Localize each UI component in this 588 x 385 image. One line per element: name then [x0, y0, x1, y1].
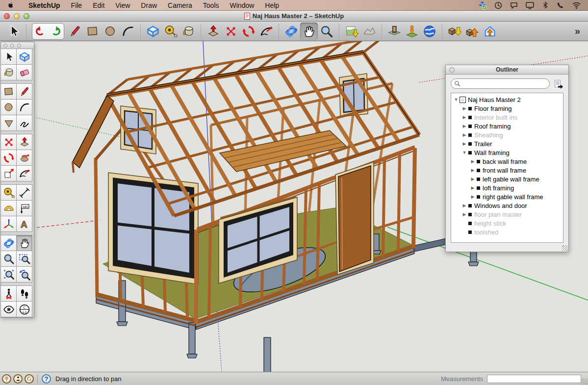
tape-tool-button[interactable] [162, 23, 179, 40]
outliner-resize-grip[interactable] [562, 245, 568, 251]
orbit-tool-button[interactable] [282, 23, 300, 40]
terrain-tool-button[interactable] [360, 23, 378, 40]
tape-tool-button[interactable] [0, 184, 17, 201]
circle-tool-button[interactable] [0, 99, 17, 115]
disclosure-triangle-icon[interactable]: ▶ [461, 115, 467, 120]
geolocation-icon[interactable] [2, 374, 11, 384]
wifi-icon[interactable] [572, 0, 581, 10]
share-tool-button[interactable] [481, 23, 499, 40]
earth-tool-button[interactable] [421, 23, 438, 40]
time-machine-icon[interactable] [494, 1, 503, 10]
disclosure-triangle-icon[interactable]: ▶ [461, 132, 467, 137]
outliner-item-floor-plan-master[interactable]: ▶floor plan master [451, 210, 563, 219]
pushpull-tool-button[interactable] [16, 134, 32, 150]
protractor-tool-button[interactable] [0, 200, 17, 216]
outliner-item-wall-framing[interactable]: ▼Wall framing [451, 148, 563, 157]
menu-edit[interactable]: Edit [87, 0, 110, 11]
move-tool-button[interactable] [0, 134, 17, 150]
google-signin-icon[interactable]: G [25, 374, 34, 384]
disclosure-triangle-icon[interactable]: ▶ [461, 106, 467, 111]
previous-tool-button[interactable] [16, 266, 32, 282]
disclosure-triangle-icon[interactable]: ▶ [470, 159, 476, 164]
credit-icon[interactable] [13, 374, 23, 384]
section-tool-button[interactable] [16, 301, 32, 317]
zoom-tool-button[interactable] [0, 251, 17, 267]
rotate-tool-button[interactable] [240, 23, 257, 40]
menu-window[interactable]: Window [225, 0, 260, 11]
outliner-item-loft-framing[interactable]: ▶loft framing [451, 183, 563, 192]
freehand-tool-button[interactable] [16, 115, 32, 131]
pushpull-tool-button[interactable] [205, 23, 222, 40]
move-tool-button[interactable] [222, 23, 240, 40]
pan-tool-button[interactable] [16, 235, 32, 251]
component-tool-button[interactable] [144, 23, 162, 40]
rectangle-tool-button[interactable] [84, 23, 102, 40]
disclosure-triangle-icon[interactable]: ▶ [470, 185, 476, 190]
line-tool-button[interactable] [66, 23, 84, 40]
disclosure-triangle-icon[interactable]: ▶ [461, 141, 467, 146]
disclosure-triangle-icon[interactable]: ▼ [461, 150, 467, 155]
line-tool-button[interactable] [16, 83, 32, 100]
outliner-title-bar[interactable]: Outliner [446, 65, 568, 75]
circle-tool-button[interactable] [102, 23, 119, 40]
modem-icon[interactable] [556, 1, 565, 10]
outliner-filter-button[interactable] [553, 78, 564, 89]
menu-draw[interactable]: Draw [135, 0, 162, 11]
disclosure-triangle-icon[interactable]: ▶ [470, 194, 476, 199]
rotate-tool-button[interactable] [0, 150, 17, 166]
disclosure-triangle-icon[interactable]: ▶ [470, 168, 476, 173]
disclosure-triangle-icon[interactable]: ▶ [461, 124, 467, 128]
outliner-search-input[interactable] [460, 80, 534, 88]
followme-tool-button[interactable] [16, 165, 32, 181]
upload-tool-button[interactable] [463, 23, 481, 40]
bluetooth-icon[interactable] [541, 1, 549, 9]
outliner-item-right-gable-wall-frame[interactable]: ▶right gable wall frame [451, 192, 563, 201]
bucket-tool-button[interactable] [179, 23, 197, 40]
palette-close-button[interactable] [3, 44, 7, 48]
outliner-item-back-wall-frame[interactable]: ▶back wall frame [451, 157, 563, 166]
outliner-item-sheathing[interactable]: ▶Sheathing [451, 130, 563, 139]
window-resize-grip[interactable] [582, 379, 588, 385]
outliner-item-toolshed[interactable]: toolshed [451, 228, 563, 236]
dropbox-icon[interactable] [478, 0, 487, 10]
offset-tool-button[interactable] [16, 150, 32, 166]
chat-icon[interactable] [510, 1, 518, 10]
outliner-item-front-wall-frame[interactable]: ▶front wall frame [451, 166, 563, 175]
disclosure-triangle-icon[interactable]: ▶ [461, 203, 467, 208]
measurements-input[interactable] [487, 375, 581, 383]
menu-file[interactable]: File [66, 0, 88, 11]
poscamera-tool-button[interactable] [0, 285, 17, 302]
polygon-tool-button[interactable] [0, 115, 17, 131]
disclosure-triangle-icon[interactable]: ▼ [453, 97, 459, 102]
addlocation-tool-button[interactable] [343, 23, 360, 40]
getmodels-tool-button[interactable] [446, 23, 463, 40]
help-icon[interactable]: ? [42, 374, 51, 384]
outliner-item-floor-framing[interactable]: ▶Floor framing [451, 104, 563, 113]
rectangle-tool-button[interactable] [0, 83, 17, 100]
pan-tool-button[interactable] [300, 23, 318, 40]
disclosure-triangle-icon[interactable]: ▶ [470, 177, 476, 181]
select-tool-button[interactable] [5, 23, 23, 40]
axes-tool-button[interactable] [0, 216, 17, 232]
zoomwin-tool-button[interactable] [16, 251, 32, 267]
outliner-item-windows-and-door[interactable]: ▶Windows and door [451, 201, 563, 210]
outliner-item-naj-haus-master-2[interactable]: ▼⌂Naj Haus Master 2 [451, 95, 563, 104]
display-icon[interactable] [525, 0, 535, 10]
scale-tool-button[interactable] [0, 165, 17, 181]
phototex-tool-button[interactable] [385, 23, 403, 40]
lookaround-tool-button[interactable] [0, 301, 17, 317]
bucket-tool-button[interactable] [0, 64, 17, 80]
redo-button[interactable] [48, 24, 63, 39]
select-tool-button[interactable] [0, 49, 17, 65]
outliner-item-roof-framing[interactable]: ▶Roof framing [451, 122, 563, 130]
tool-palette-title-bar[interactable] [1, 42, 34, 49]
eraser-tool-button[interactable] [16, 64, 32, 80]
disclosure-triangle-icon[interactable]: ▶ [461, 212, 467, 217]
menu-tools[interactable]: Tools [198, 0, 225, 11]
zoomext-tool-button[interactable] [0, 266, 17, 282]
outliner-item-interior-built-ins[interactable]: ▶Interior built ins [451, 113, 563, 122]
undo-button[interactable] [33, 24, 48, 39]
menu-help[interactable]: Help [259, 0, 284, 11]
menu-camera[interactable]: Camera [162, 0, 198, 11]
text3d-tool-button[interactable] [16, 216, 32, 232]
